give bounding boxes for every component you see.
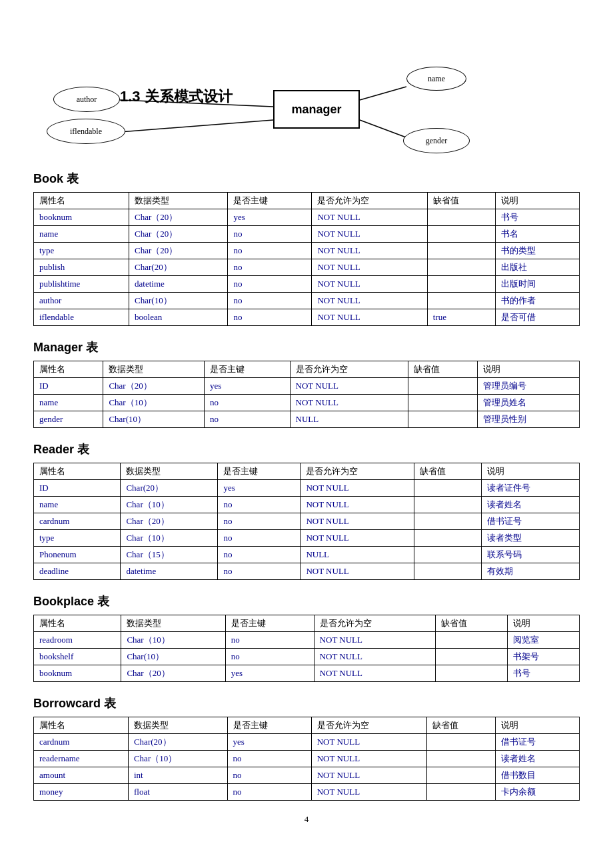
table-cell: 有效期 [481,563,579,580]
table-cell: no [228,293,312,309]
table-cell [427,276,495,293]
table-cell: iflendable [34,309,129,326]
table-cell: booknum [34,209,129,226]
table-cell: 书的作者 [496,293,580,309]
table-cell: NOT NULL [314,665,436,682]
table-cell: NOT NULL [290,395,408,411]
table-cell [414,547,482,563]
table-row: IDChar(20）yesNOT NULL读者证件号 [34,480,580,497]
table-cell: no [204,411,290,428]
table-cell: readername [34,751,129,767]
bc-col-2: 数据类型 [128,717,227,734]
reader-table-title: Reader 表 [33,441,580,457]
table-cell: no [218,497,301,513]
table-cell: readroom [34,632,121,649]
table-cell: Char(20） [128,734,227,751]
table-cell [408,411,477,428]
table-cell: Char（20） [103,378,205,395]
table-cell: no [228,276,312,293]
table-cell: Char（10） [121,530,218,547]
book-table-header: 属性名 数据类型 是否主键 是否允许为空 缺省值 说明 [34,193,580,209]
bp-col-3: 是否主键 [225,615,314,632]
bc-col-4: 是否允许为空 [311,717,427,734]
table-cell: yes [228,209,312,226]
manager-table-title: Manager 表 [33,339,580,355]
table-cell: 读者姓名 [481,497,579,513]
table-row: PhonenumChar（15）noNULL联系号码 [34,547,580,563]
book-col-1: 属性名 [34,193,129,209]
mgr-col-5: 缺省值 [408,361,477,378]
table-cell [427,293,495,309]
table-cell: deadline [34,563,121,580]
table-cell: no [227,784,311,801]
bp-col-1: 属性名 [34,615,121,632]
table-cell: Char（10） [128,751,227,767]
table-cell: 读者类型 [481,530,579,547]
table-cell: Char（15） [121,547,218,563]
table-cell: datetime [129,276,228,293]
table-row: cardnumChar（20）noNOT NULL借书证号 [34,513,580,530]
table-row: readernameChar（10）noNOT NULL读者姓名 [34,751,580,767]
table-cell: 是否可借 [496,309,580,326]
table-cell: Char(20） [129,259,228,276]
table-cell: 出版社 [496,259,580,276]
table-cell: NULL [301,547,414,563]
table-cell: NOT NULL [290,378,408,395]
table-cell: NOT NULL [301,497,414,513]
table-cell: Char（20） [121,665,225,682]
table-cell: NOT NULL [312,243,427,259]
table-cell: 书号 [496,209,580,226]
table-cell: cardnum [34,513,121,530]
table-cell: datetime [121,563,218,580]
reader-table-header: 属性名 数据类型 是否主键 是否允许为空 缺省值 说明 [34,463,580,480]
table-cell: 联系号码 [481,547,579,563]
svg-line-2 [360,87,406,100]
book-col-6: 说明 [496,193,580,209]
table-cell [427,259,495,276]
table-cell: no [227,751,311,767]
table-cell [414,480,482,497]
table-cell: NOT NULL [312,309,427,326]
table-cell: publishtime [34,276,129,293]
table-cell: 书号 [508,665,580,682]
table-cell: 读者证件号 [481,480,579,497]
table-cell: yes [227,734,311,751]
table-cell: cardnum [34,734,129,751]
table-cell: no [218,513,301,530]
table-cell: 书的类型 [496,243,580,259]
table-cell: money [34,784,129,801]
diagram-area: author iflendable 1.3 关系模式设计 manager nam… [33,27,580,160]
table-cell: 出版时间 [496,276,580,293]
table-cell [414,513,482,530]
table-cell: Char（10） [103,395,205,411]
bc-col-5: 缺省值 [427,717,495,734]
rdr-col-5: 缺省值 [414,463,482,480]
table-cell: Char（20） [121,513,218,530]
table-row: amountintnoNOT NULL借书数目 [34,767,580,784]
bc-col-3: 是否主键 [227,717,311,734]
table-row: authorChar(10）noNOT NULL书的作者 [34,293,580,309]
book-col-2: 数据类型 [129,193,228,209]
table-cell: name [34,395,103,411]
manager-table: 属性名 数据类型 是否主键 是否允许为空 缺省值 说明 IDChar（20）ye… [33,361,580,428]
table-cell: boolean [129,309,228,326]
table-cell: no [225,632,314,649]
table-cell [408,378,477,395]
table-cell: type [34,530,121,547]
rdr-col-2: 数据类型 [121,463,218,480]
table-cell [408,395,477,411]
bc-col-6: 说明 [495,717,579,734]
table-cell: booknum [34,665,121,682]
table-cell [427,751,495,767]
table-row: nameChar（20）noNOT NULL书名 [34,226,580,243]
bookplace-table-header: 属性名 数据类型 是否主键 是否允许为空 缺省值 说明 [34,615,580,632]
table-row: readroomChar（10）noNOT NULL阅览室 [34,632,580,649]
table-cell: 书架号 [508,649,580,665]
section-heading: 1.3 关系模式设计 [120,87,233,107]
table-cell: NULL [290,411,408,428]
table-cell: no [228,243,312,259]
table-cell: NOT NULL [314,632,436,649]
table-cell: 书名 [496,226,580,243]
table-cell [427,226,495,243]
table-cell [436,665,508,682]
